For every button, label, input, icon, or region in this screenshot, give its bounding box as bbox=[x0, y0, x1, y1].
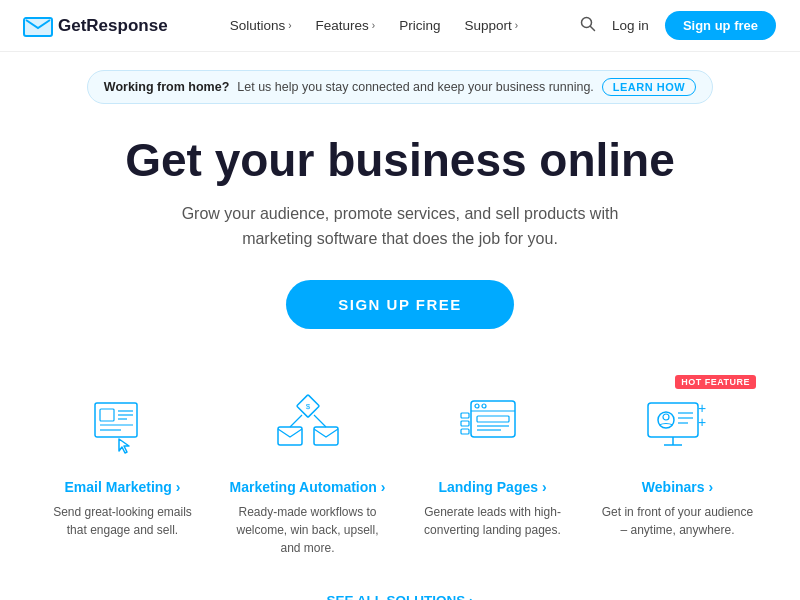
svg-rect-16 bbox=[278, 427, 302, 445]
svg-rect-17 bbox=[314, 427, 338, 445]
see-all-solutions: SEE ALL SOLUTIONS › bbox=[0, 577, 800, 600]
banner-learn-how-button[interactable]: LEARN HOW bbox=[602, 78, 696, 96]
feature-email-marketing: Email Marketing › Send great-looking ema… bbox=[30, 379, 215, 567]
svg-line-15 bbox=[314, 415, 326, 427]
feature-landing-pages: Landing Pages › Generate leads with high… bbox=[400, 379, 585, 567]
svg-line-3 bbox=[591, 26, 595, 30]
webinars-title[interactable]: Webinars › bbox=[597, 479, 758, 495]
nav-support[interactable]: Support › bbox=[464, 18, 518, 33]
nav-pricing[interactable]: Pricing bbox=[399, 18, 440, 33]
feature-marketing-automation: $ Marketing Automation › Ready-made work… bbox=[215, 379, 400, 567]
svg-rect-25 bbox=[461, 413, 469, 418]
nav-solutions[interactable]: Solutions › bbox=[230, 18, 292, 33]
logo-text: GetResponse bbox=[58, 16, 168, 36]
webinars-icon: + + bbox=[597, 389, 758, 469]
see-all-link[interactable]: SEE ALL SOLUTIONS › bbox=[326, 593, 473, 600]
svg-text:+: + bbox=[698, 414, 706, 430]
email-marketing-desc: Send great-looking emails that engage an… bbox=[42, 503, 203, 539]
feature-webinars: HOT FEATURE + + Webinars › bbox=[585, 379, 770, 567]
chevron-icon: › bbox=[288, 20, 291, 31]
logo[interactable]: GetResponse bbox=[24, 16, 168, 36]
svg-marker-11 bbox=[119, 439, 129, 453]
nav-actions: Log in Sign up free bbox=[580, 11, 776, 40]
svg-line-14 bbox=[290, 415, 302, 427]
hero-section: Get your business online Grow your audie… bbox=[0, 104, 800, 349]
navbar: GetResponse Solutions › Features › Prici… bbox=[0, 0, 800, 52]
hero-title: Get your business online bbox=[20, 134, 780, 187]
svg-point-21 bbox=[482, 404, 486, 408]
marketing-automation-title[interactable]: Marketing Automation › bbox=[227, 479, 388, 495]
chevron-icon: › bbox=[515, 20, 518, 31]
marketing-automation-desc: Ready-made workflows to welcome, win bac… bbox=[227, 503, 388, 557]
hero-signup-button[interactable]: SIGN UP FREE bbox=[286, 280, 514, 329]
email-marketing-title[interactable]: Email Marketing › bbox=[42, 479, 203, 495]
svg-rect-18 bbox=[471, 401, 515, 437]
svg-rect-26 bbox=[461, 421, 469, 426]
nav-signup-button[interactable]: Sign up free bbox=[665, 11, 776, 40]
svg-rect-28 bbox=[648, 403, 698, 437]
svg-text:$: $ bbox=[305, 402, 310, 411]
webinars-desc: Get in front of your audience – anytime,… bbox=[597, 503, 758, 539]
features-grid: Email Marketing › Send great-looking ema… bbox=[0, 349, 800, 577]
landing-pages-desc: Generate leads with high-converting land… bbox=[412, 503, 573, 539]
chevron-icon: › bbox=[372, 20, 375, 31]
svg-point-30 bbox=[663, 414, 669, 420]
banner: Working from home? Let us help you stay … bbox=[87, 70, 713, 104]
hero-subtitle: Grow your audience, promote services, an… bbox=[20, 201, 780, 252]
nav-links: Solutions › Features › Pricing Support › bbox=[230, 18, 518, 33]
logo-icon bbox=[24, 16, 52, 36]
svg-rect-4 bbox=[95, 403, 137, 437]
marketing-automation-icon: $ bbox=[227, 389, 388, 469]
svg-rect-5 bbox=[100, 409, 114, 421]
search-icon[interactable] bbox=[580, 16, 596, 36]
hot-feature-badge: HOT FEATURE bbox=[675, 375, 756, 389]
email-marketing-icon bbox=[42, 389, 203, 469]
svg-rect-22 bbox=[477, 416, 509, 422]
svg-rect-27 bbox=[461, 429, 469, 434]
banner-text: Let us help you stay connected and keep … bbox=[237, 80, 594, 94]
landing-pages-icon bbox=[412, 389, 573, 469]
nav-features[interactable]: Features › bbox=[316, 18, 376, 33]
login-link[interactable]: Log in bbox=[612, 18, 649, 33]
landing-pages-title[interactable]: Landing Pages › bbox=[412, 479, 573, 495]
banner-bold: Working from home? bbox=[104, 80, 229, 94]
svg-point-20 bbox=[475, 404, 479, 408]
